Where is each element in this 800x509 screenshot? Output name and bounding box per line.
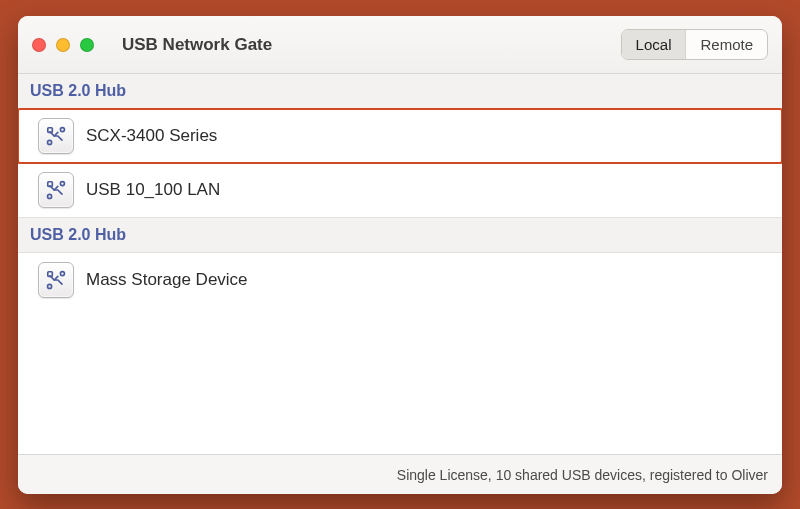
app-title: USB Network Gate: [122, 35, 272, 55]
device-label: SCX-3400 Series: [86, 126, 217, 146]
license-status: Single License, 10 shared USB devices, r…: [397, 467, 768, 483]
svg-point-4: [60, 182, 64, 186]
usb-device-icon: [38, 262, 74, 298]
device-label: USB 10_100 LAN: [86, 180, 220, 200]
svg-point-1: [60, 128, 64, 132]
device-list: USB 2.0 Hub SCX-3400 Series: [18, 74, 782, 454]
traffic-lights: [32, 38, 94, 52]
app-window: USB Network Gate Local Remote USB 2.0 Hu…: [18, 16, 782, 494]
svg-point-0: [48, 140, 52, 144]
device-row[interactable]: USB 10_100 LAN: [18, 163, 782, 217]
titlebar: USB Network Gate Local Remote: [18, 16, 782, 74]
svg-point-3: [48, 194, 52, 198]
hub-header: USB 2.0 Hub: [18, 74, 782, 109]
svg-point-7: [60, 272, 64, 276]
zoom-icon[interactable]: [80, 38, 94, 52]
device-label: Mass Storage Device: [86, 270, 248, 290]
hub-header: USB 2.0 Hub: [18, 217, 782, 253]
mode-segmented-control: Local Remote: [621, 29, 768, 60]
minimize-icon[interactable]: [56, 38, 70, 52]
tab-remote[interactable]: Remote: [685, 30, 767, 59]
tab-local[interactable]: Local: [622, 30, 686, 59]
close-icon[interactable]: [32, 38, 46, 52]
svg-point-6: [48, 284, 52, 288]
device-row[interactable]: Mass Storage Device: [18, 253, 782, 307]
device-row[interactable]: SCX-3400 Series: [18, 109, 782, 163]
usb-device-icon: [38, 118, 74, 154]
status-bar: Single License, 10 shared USB devices, r…: [18, 454, 782, 494]
usb-device-icon: [38, 172, 74, 208]
